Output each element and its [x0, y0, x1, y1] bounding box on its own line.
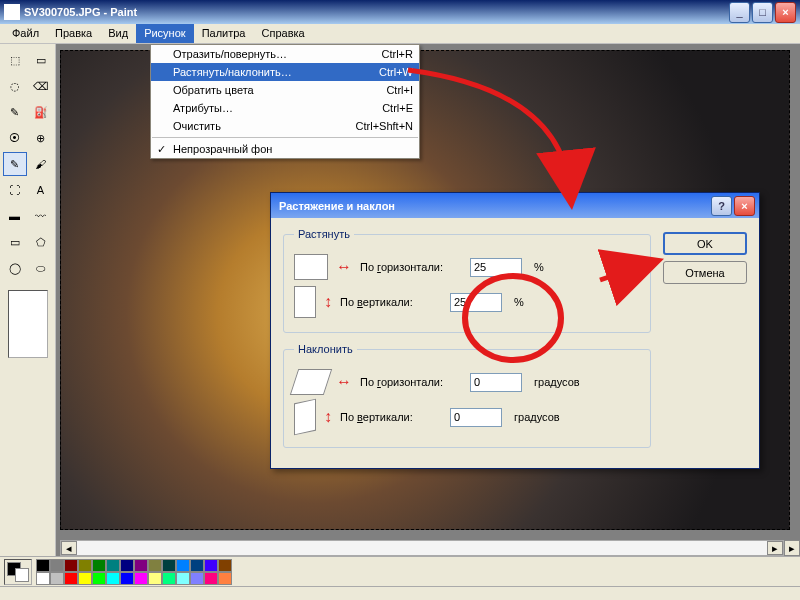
stretch-horizontal-input[interactable]: [470, 258, 522, 277]
background-color[interactable]: [15, 568, 29, 582]
tool-15[interactable]: ⬠: [29, 230, 53, 254]
skew-v-icon: [294, 399, 316, 436]
swatch[interactable]: [218, 572, 232, 585]
swatch[interactable]: [134, 572, 148, 585]
menu-view[interactable]: Вид: [100, 24, 136, 43]
menu-edit[interactable]: Правка: [47, 24, 100, 43]
swatch[interactable]: [148, 559, 162, 572]
menu-item-label: Обратить цвета: [173, 84, 254, 96]
swatch[interactable]: [78, 572, 92, 585]
swatch[interactable]: [64, 559, 78, 572]
minimize-button[interactable]: _: [729, 2, 750, 23]
menu-attributes[interactable]: Атрибуты… Ctrl+E: [151, 99, 419, 117]
swatch[interactable]: [78, 559, 92, 572]
swatch[interactable]: [204, 572, 218, 585]
menu-item-label: Атрибуты…: [173, 102, 233, 114]
swatch[interactable]: [148, 572, 162, 585]
stretch-vertical-input[interactable]: [450, 293, 502, 312]
stretch-v-icon: [294, 286, 316, 318]
swatch[interactable]: [50, 559, 64, 572]
swatch[interactable]: [120, 572, 134, 585]
close-button[interactable]: ×: [775, 2, 796, 23]
vertical-label: По вертикали:: [340, 411, 442, 423]
menu-image[interactable]: Рисунок: [136, 24, 194, 43]
swatch[interactable]: [162, 572, 176, 585]
tool-12[interactable]: ▬: [3, 204, 27, 228]
menu-flip-rotate[interactable]: Отразить/повернуть… Ctrl+R: [151, 45, 419, 63]
menu-clear[interactable]: Очистить Ctrl+Shft+N: [151, 117, 419, 135]
menu-invert-colors[interactable]: Обратить цвета Ctrl+I: [151, 81, 419, 99]
tool-13[interactable]: 〰: [29, 204, 53, 228]
swatch[interactable]: [36, 559, 50, 572]
menu-palette[interactable]: Палитра: [194, 24, 254, 43]
menu-stretch-skew[interactable]: Растянуть/наклонить… Ctrl+W: [151, 63, 419, 81]
menu-item-label: Очистить: [173, 120, 221, 132]
tool-3[interactable]: ⌫: [29, 74, 53, 98]
swatch[interactable]: [36, 572, 50, 585]
tool-8[interactable]: ✎: [3, 152, 27, 176]
tool-5[interactable]: ⛽: [29, 100, 53, 124]
arrow-horizontal-icon: ↔: [336, 258, 352, 276]
menubar: Файл Правка Вид Рисунок Палитра Справка: [0, 24, 800, 44]
tool-1[interactable]: ▭: [29, 48, 53, 72]
skew-vertical-input[interactable]: [450, 408, 502, 427]
stretch-skew-dialog: Растяжение и наклон ? × Растянуть ↔ По г…: [270, 192, 760, 469]
swatch[interactable]: [218, 559, 232, 572]
vertical-label: По вертикали:: [340, 296, 442, 308]
swatch[interactable]: [176, 559, 190, 572]
menu-item-shortcut: Ctrl+Shft+N: [336, 120, 413, 132]
scroll-left-button[interactable]: ◂: [61, 541, 77, 555]
swatch[interactable]: [50, 572, 64, 585]
skew-horizontal-input[interactable]: [470, 373, 522, 392]
tool-0[interactable]: ⬚: [3, 48, 27, 72]
stretch-group: Растянуть ↔ По горизонтали: % ↕ По верти…: [283, 228, 651, 333]
horizontal-label: По горизонтали:: [360, 376, 462, 388]
skew-group: Наклонить ↔ По горизонтали: градусов ↕ П…: [283, 343, 651, 448]
tool-7[interactable]: ⊕: [29, 126, 53, 150]
swatch[interactable]: [190, 572, 204, 585]
color-palette: [0, 556, 800, 586]
swatch[interactable]: [120, 559, 134, 572]
cancel-button[interactable]: Отмена: [663, 261, 747, 284]
swatch[interactable]: [190, 559, 204, 572]
scroll-right-button[interactable]: ▸: [767, 541, 783, 555]
current-colors[interactable]: [4, 559, 32, 585]
dialog-close-button[interactable]: ×: [734, 196, 755, 216]
stretch-legend: Растянуть: [294, 228, 354, 240]
swatch[interactable]: [162, 559, 176, 572]
swatch[interactable]: [106, 572, 120, 585]
arrow-vertical-icon: ↕: [324, 293, 332, 311]
swatch[interactable]: [134, 559, 148, 572]
menu-item-shortcut: Ctrl+R: [362, 48, 413, 60]
scroll-track[interactable]: [77, 541, 767, 555]
tool-10[interactable]: ⛶: [3, 178, 27, 202]
swatch[interactable]: [92, 559, 106, 572]
menu-item-shortcut: Ctrl+E: [362, 102, 413, 114]
tool-17[interactable]: ⬭: [29, 256, 53, 280]
dialog-titlebar: Растяжение и наклон ? ×: [271, 193, 759, 218]
menu-opaque-bg[interactable]: Непрозрачный фон: [151, 140, 419, 158]
tool-11[interactable]: A: [29, 178, 53, 202]
tool-2[interactable]: ◌: [3, 74, 27, 98]
tool-options: [8, 290, 48, 358]
percent-label: %: [514, 296, 524, 308]
dialog-title: Растяжение и наклон: [275, 200, 709, 212]
maximize-button[interactable]: □: [752, 2, 773, 23]
horizontal-scrollbar[interactable]: ◂ ▸: [60, 540, 784, 556]
tool-14[interactable]: ▭: [3, 230, 27, 254]
dialog-help-button[interactable]: ?: [711, 196, 732, 216]
menu-item-shortcut: Ctrl+I: [366, 84, 413, 96]
arrow-horizontal-icon: ↔: [336, 373, 352, 391]
tool-4[interactable]: ✎: [3, 100, 27, 124]
tool-9[interactable]: 🖌: [29, 152, 53, 176]
swatch[interactable]: [204, 559, 218, 572]
swatch[interactable]: [92, 572, 106, 585]
tool-16[interactable]: ◯: [3, 256, 27, 280]
swatch[interactable]: [176, 572, 190, 585]
menu-file[interactable]: Файл: [4, 24, 47, 43]
tool-6[interactable]: ⦿: [3, 126, 27, 150]
swatch[interactable]: [106, 559, 120, 572]
ok-button[interactable]: OK: [663, 232, 747, 255]
menu-help[interactable]: Справка: [254, 24, 313, 43]
swatch[interactable]: [64, 572, 78, 585]
